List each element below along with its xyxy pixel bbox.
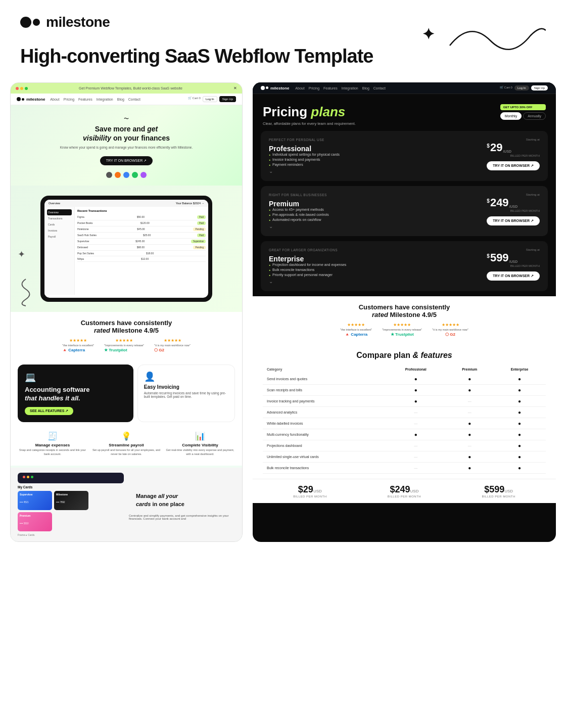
rml-dot-large (261, 86, 265, 90)
check-prem-9: ● (468, 465, 471, 471)
logo-icon (20, 17, 40, 28)
check-prem-5: ● (468, 421, 471, 426)
check-ent-7: ● (518, 443, 521, 448)
enterprise-feature-3: Priority support and personal manager (269, 273, 346, 277)
compare-row-7: Projections dashboard — — ● (263, 440, 546, 451)
col-premium: Premium (446, 365, 493, 374)
feature-visibility: 📊 Complete Visibility Get real-time visi… (165, 431, 235, 456)
card-blue: Supervlow •••• 4521 (18, 491, 52, 510)
capterra-quote: "the interface is excellent" (62, 344, 94, 347)
compare-section: Compare plan & features Category Profess… (253, 344, 556, 479)
nav-contact[interactable]: Contact (128, 98, 140, 101)
bottom-pro-price: $29USD (293, 484, 326, 495)
r-nav-about[interactable]: About (295, 86, 304, 90)
annually-toggle[interactable]: Annually (523, 112, 546, 120)
login-button[interactable]: Log In (203, 96, 217, 102)
ratings-section: Customers have consistentlyrated Milesto… (11, 312, 242, 359)
r-signup-button[interactable]: Sign Up (531, 85, 548, 90)
cards-bottom-row: My Cards Supervlow •••• 4521 Milestone •… (18, 473, 235, 536)
enterprise-feature-2: Bulk reconcile transactions (269, 268, 346, 271)
feature-virtual-cards: Unlimited single-use virtual cards (263, 451, 386, 463)
browser-close-icon[interactable]: ✕ (233, 86, 237, 90)
bottom-price-prem: $249USD BILLED PER MONTH (388, 484, 421, 498)
invoicing-title: Easy Invoicing (144, 384, 228, 390)
enterprise-expand[interactable]: ⌄ (269, 279, 346, 284)
nav-pricing[interactable]: Pricing (64, 98, 74, 101)
payroll-title: Streamline payroll (91, 443, 161, 447)
r-login-button[interactable]: Log In (514, 85, 529, 90)
right-ratings-title: Customers have consistentlyrated Milesto… (263, 303, 546, 318)
left-panel: Get Premium Webflow Templates, Build wor… (10, 82, 243, 542)
frame-label: Frame ▸ Cards (18, 533, 124, 536)
feature-projections: Projections dashboard (263, 440, 386, 451)
r-nav-blog[interactable]: Blog (362, 86, 369, 90)
compare-row-2: Scan receipts and bills ● ● ● (263, 385, 546, 396)
bottom-ent-billing: BILLED PER MONTH (482, 495, 515, 498)
accounting-icon: 💻 (25, 372, 126, 383)
nav-features[interactable]: Features (78, 98, 92, 101)
sidebar-payroll[interactable]: Payroll (47, 234, 72, 240)
sidebar-cards[interactable]: Cards (47, 221, 72, 228)
nav-integration[interactable]: Integration (97, 98, 113, 101)
visibility-icon: 📊 (165, 431, 235, 441)
enterprise-billing: BILLED PER MONTH (487, 264, 540, 267)
r-nav-contact[interactable]: Contact (373, 86, 386, 90)
signup-button[interactable]: Sign Up (219, 96, 236, 102)
professional-period: /USD (503, 150, 511, 153)
payroll-desc: Set up payroll and bonuses for all your … (91, 448, 161, 456)
compare-row-8: Unlimited single-use virtual cards — ● ● (263, 451, 546, 463)
enterprise-cta[interactable]: TRY IT ON BROWSER ↗ (487, 271, 540, 281)
sidebar-transactions[interactable]: Transactions (47, 215, 72, 221)
r-capterra-quote: "the interface is excellent" (340, 328, 372, 331)
nav-blog[interactable]: Blog (117, 98, 124, 101)
r-nav-integration[interactable]: Integration (342, 86, 358, 90)
r-nav-pricing[interactable]: Pricing (309, 86, 319, 90)
mini-hero: 〜 Save more and getvisibility on your fi… (11, 105, 242, 186)
premium-sub: RIGHT FOR SMALL BUSINESSES (269, 193, 329, 197)
dash-prem-7: — (468, 444, 471, 447)
deco-squiggle-icon (16, 277, 36, 307)
premium-currency: $ (487, 198, 490, 204)
pricing-header: Pricing plans Clear, affordable plans fo… (253, 94, 556, 131)
dot-green (31, 476, 33, 478)
enterprise-currency: $ (487, 253, 490, 259)
g2-icon: ⬡ (154, 348, 158, 352)
right-nav-links: About Pricing Features Integration Blog … (295, 86, 494, 90)
dot-red (23, 476, 25, 478)
premium-cta[interactable]: TRY IT ON BROWSER ↗ (487, 216, 540, 225)
integration-icon-5 (140, 172, 147, 178)
feature-invoice-tracking: Invoice tracking and payments (263, 396, 386, 407)
card-brand-2: Milestone (56, 493, 86, 496)
expenses-desc: Snap and categorize receipts in seconds … (18, 448, 87, 456)
r-nav-features[interactable]: Features (323, 86, 338, 90)
compare-row-4: Advanced analytics — — ● (263, 407, 546, 418)
sidebar-invoices[interactable]: Invoices (47, 228, 72, 234)
capterra-stars: ★★★★★ (62, 338, 94, 343)
feature-payroll: 💡 Streamline payroll Set up payroll and … (91, 431, 161, 456)
professional-expand[interactable]: ⌄ (269, 168, 340, 174)
card-number-2: •••• 7892 (56, 501, 86, 504)
premium-cta-label: TRY IT ON BROWSER ↗ (493, 219, 534, 223)
monthly-toggle[interactable]: Monthly (500, 112, 522, 120)
mini-nav-buttons: 🛒 Cart 0 Log In Sign Up (188, 96, 236, 102)
enterprise-feature-1: Projection dashboard for income and expe… (269, 263, 346, 266)
card-brand-3: Premium (20, 514, 50, 517)
check-pro-6: ● (414, 432, 417, 437)
invoicing-icon: 👤 (144, 371, 228, 382)
compare-table: Category Professional Premium Enterprise… (263, 365, 546, 474)
professional-sub: PERFECT FOR PERSONAL USE (269, 138, 340, 142)
premium-feature-1: Access to 45+ payment methods (269, 208, 329, 211)
my-cards-label: My Cards (18, 485, 124, 489)
premium-expand[interactable]: ⌄ (269, 223, 329, 229)
sidebar-overview[interactable]: Overview (47, 209, 72, 215)
professional-cta[interactable]: TRY IT ON BROWSER ↗ (487, 161, 540, 170)
trustpilot-icon: ★ (104, 348, 108, 352)
see-all-features-button[interactable]: SEE ALL FEATURES ↗ (25, 407, 73, 415)
easy-invoicing-card: 👤 Easy Invoicing Automate recurring invo… (137, 365, 235, 422)
mini-hero-cta[interactable]: TRY IT ON BROWSER ↗ (100, 156, 153, 165)
premium-period: /USD (509, 205, 518, 208)
dash-pro-5: — (414, 422, 417, 425)
enterprise-cta-label: TRY IT ON BROWSER ↗ (493, 274, 534, 278)
right-logo-text: milestone (270, 86, 289, 90)
nav-about[interactable]: About (50, 98, 59, 101)
